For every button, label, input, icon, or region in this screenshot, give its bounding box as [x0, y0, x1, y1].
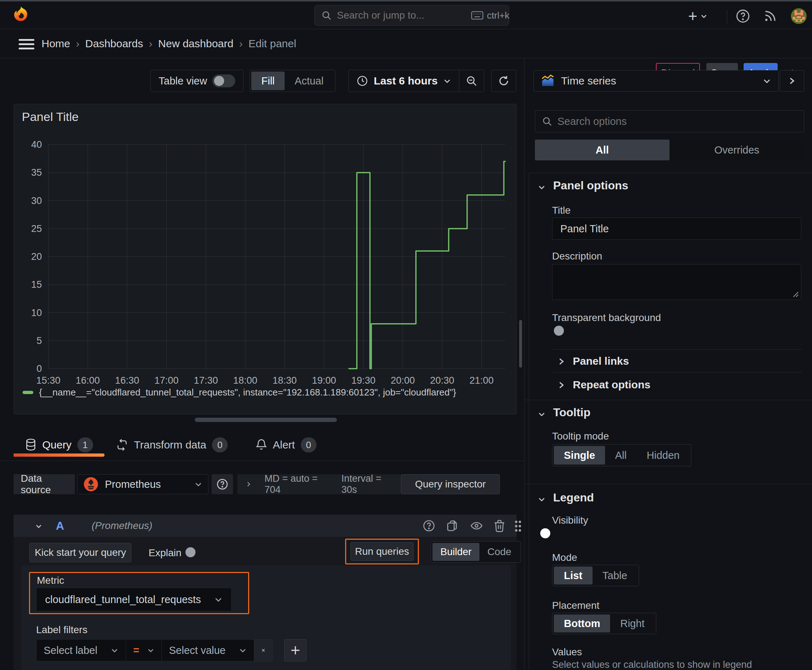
chevron-down-icon[interactable] — [537, 495, 546, 503]
metric-value: cloudflared_tunnel_total_requests — [45, 594, 201, 606]
chevron-down-icon[interactable] — [537, 410, 546, 418]
copy-icon — [446, 519, 459, 532]
fill-option[interactable]: Fill — [251, 71, 285, 90]
tooltip-mode-all[interactable]: All — [605, 446, 637, 465]
tooltip-mode-single[interactable]: Single — [554, 446, 605, 465]
actual-option[interactable]: Actual — [285, 71, 334, 90]
search-options-field[interactable] — [535, 110, 804, 132]
chart-panel[interactable]: Panel Title 051015202530354015:3016:0016… — [14, 104, 517, 415]
scrollbar-thumb[interactable] — [519, 320, 522, 367]
database-icon — [25, 438, 37, 451]
metric-select[interactable]: cloudflared_tunnel_total_requests — [36, 588, 232, 611]
chevron-down-icon[interactable] — [537, 183, 546, 191]
chevron-down-icon[interactable] — [34, 523, 43, 530]
chevron-right-icon[interactable] — [557, 381, 566, 389]
tab-query[interactable]: Query 1 — [25, 437, 93, 452]
kickstart-query-button[interactable]: Kick start your query — [29, 543, 131, 562]
global-search-input[interactable] — [337, 10, 466, 21]
global-search[interactable]: ctrl+k — [314, 5, 509, 26]
breadcrumb-new-dashboard[interactable]: New dashboard — [158, 37, 234, 50]
legend-item[interactable]: {__name__="cloudflared_tunnel_total_requ… — [22, 387, 456, 398]
legend-mode-table[interactable]: Table — [593, 567, 637, 584]
description-textarea[interactable] — [552, 264, 801, 300]
operator-dropdown[interactable]: = — [126, 639, 162, 662]
duplicate-query-button[interactable] — [446, 519, 459, 532]
delete-query-button[interactable] — [493, 519, 505, 532]
svg-text:10: 10 — [31, 308, 42, 318]
svg-text:17:00: 17:00 — [154, 375, 179, 386]
panel-options-header[interactable]: Panel options — [553, 179, 628, 192]
breadcrumb-home[interactable]: Home — [42, 37, 70, 50]
svg-text:16:00: 16:00 — [76, 375, 100, 386]
query-help-button[interactable] — [422, 519, 436, 532]
query-options-row[interactable]: MD = auto = 704 Interval = 30s — [237, 474, 401, 494]
legend-header[interactable]: Legend — [553, 491, 594, 504]
query-ref-id[interactable]: A — [56, 519, 64, 533]
time-range-picker[interactable]: Last 6 hours — [349, 70, 459, 91]
help-icon[interactable] — [736, 8, 751, 24]
svg-text:30: 30 — [31, 195, 42, 206]
options-scroll-container — [529, 173, 812, 670]
code-option[interactable]: Code — [480, 543, 519, 561]
breadcrumb-dashboards[interactable]: Dashboards — [85, 37, 143, 50]
table-view-label: Table view — [159, 75, 207, 87]
resize-corner-icon — [792, 291, 799, 298]
drag-handle-icon[interactable] — [514, 520, 522, 532]
time-series-chart[interactable]: 051015202530354015:3016:0016:3017:0017:3… — [14, 104, 516, 414]
prometheus-icon — [83, 477, 98, 492]
hide-response-button[interactable] — [470, 519, 483, 532]
svg-text:19:30: 19:30 — [351, 375, 376, 386]
chevron-right-icon[interactable] — [557, 357, 566, 366]
eye-icon — [470, 519, 483, 532]
search-icon — [542, 116, 553, 127]
tooltip-mode-hidden[interactable]: Hidden — [637, 446, 690, 465]
grafana-logo-icon[interactable] — [11, 5, 31, 25]
run-queries-button[interactable]: Run queries — [351, 542, 414, 561]
panel-links-section[interactable]: Panel links — [573, 355, 629, 367]
table-view-toggle[interactable] — [212, 74, 235, 87]
legend-placement-bottom[interactable]: Bottom — [554, 614, 610, 633]
legend-placement-right[interactable]: Right — [610, 614, 654, 633]
refresh-icon — [498, 75, 510, 87]
tab-all[interactable]: All — [535, 140, 670, 160]
fill-actual-group: Fill Actual — [249, 70, 336, 92]
tab-alert[interactable]: Alert 0 — [256, 437, 317, 452]
visualization-picker[interactable]: Time series — [534, 70, 779, 91]
legend-values-help: Select values or calculations to show in… — [552, 659, 752, 670]
svg-text:5: 5 — [37, 335, 42, 346]
query-options-md: MD = auto = 704 — [264, 473, 329, 495]
search-options-input[interactable] — [558, 116, 797, 127]
datasource-picker[interactable]: Prometheus — [77, 474, 209, 494]
legend-mode-list[interactable]: List — [554, 567, 593, 584]
repeat-options-section[interactable]: Repeat options — [573, 379, 651, 391]
select-value-dropdown[interactable]: Select value — [162, 639, 254, 662]
zoom-out-button[interactable] — [459, 70, 484, 91]
time-picker-group: Last 6 hours — [348, 70, 484, 92]
news-rss-icon[interactable] — [763, 8, 778, 24]
menu-hamburger-icon[interactable] — [19, 39, 34, 50]
transparent-background-label: Transparent background — [552, 312, 661, 323]
legend-series-label[interactable]: {__name__="cloudflared_tunnel_total_requ… — [39, 387, 456, 398]
pane-resize-handle[interactable] — [195, 418, 337, 422]
datasource-help-button[interactable] — [212, 474, 233, 494]
svg-text:19:00: 19:00 — [312, 375, 336, 386]
remove-filter-button[interactable] — [254, 639, 273, 662]
svg-text:17:30: 17:30 — [194, 375, 218, 386]
refresh-button[interactable] — [491, 70, 516, 92]
user-avatar[interactable] — [791, 8, 807, 24]
tab-overrides[interactable]: Overrides — [670, 140, 804, 160]
query-inspector-button[interactable]: Query inspector — [401, 474, 500, 494]
select-label-dropdown[interactable]: Select label — [36, 639, 126, 662]
tooltip-header[interactable]: Tooltip — [553, 406, 590, 419]
metric-label: Metric — [37, 575, 64, 586]
chevron-down-icon — [443, 77, 451, 85]
add-filter-button[interactable] — [284, 639, 307, 662]
svg-text:18:00: 18:00 — [233, 375, 258, 386]
tab-transform-data[interactable]: Transform data 0 — [116, 437, 228, 452]
collapse-options-pane-button[interactable] — [780, 70, 804, 91]
add-new-button[interactable]: + — [688, 8, 707, 24]
datasource-value: Prometheus — [105, 479, 188, 490]
query-row-header[interactable]: A (Prometheus) — [14, 515, 517, 537]
builder-option[interactable]: Builder — [432, 543, 480, 561]
panel-title-input[interactable] — [552, 218, 801, 240]
